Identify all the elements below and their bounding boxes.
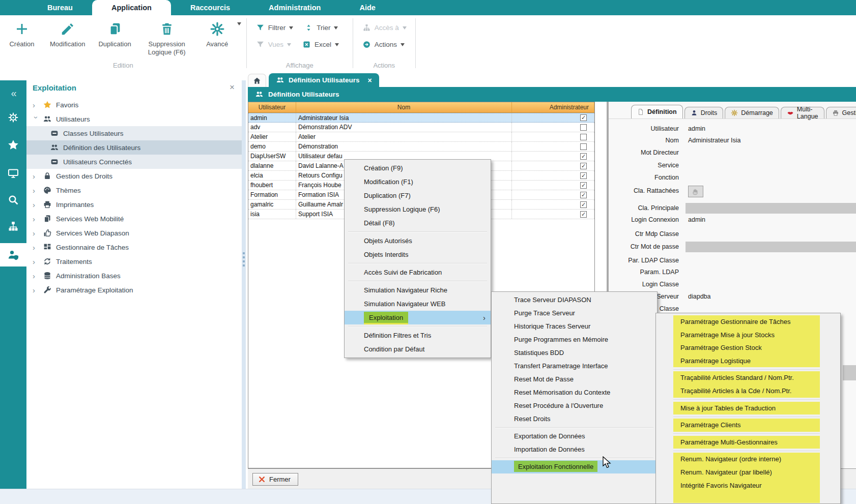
tree-expander-icon[interactable]: › [33,286,40,294]
menu-item-definition-filtres-et-tris[interactable]: Définition Filtres et Tris [345,329,491,342]
menu-item-historique-traces-serveur[interactable]: Historique Traces Serveur [492,320,657,333]
rail-item-hierarchy-icon[interactable] [0,217,26,236]
nav-close-icon[interactable]: × [230,82,235,93]
tab-home[interactable] [248,74,266,87]
menu-item-detail-f8[interactable]: Détail (F8) [345,216,491,230]
menu-item-reset-memorisation-du-contexte[interactable]: Reset Mémorisation du Contexte [492,386,657,399]
sidebar-item-services-web-mobilite[interactable]: ›Services Web Mobilité [26,212,242,226]
fermer-button[interactable]: Fermer [252,473,298,486]
tab-close-icon[interactable]: × [368,76,372,84]
menu-item-objets-autorises[interactable]: Objets Autorisés [345,234,491,248]
menu-item-exploitation-fonctionnelle[interactable]: Exploitation Fonctionnelle [492,460,657,473]
menu-item-modification-f1[interactable]: Modification (F1) [345,175,491,189]
menu-item-statistiques-bdd[interactable]: Statistiques BDD [492,346,657,360]
sidebar-item-services-web-diapason[interactable]: ›Services Web Diapason [26,226,242,240]
rail-item-helm-icon[interactable] [0,108,26,127]
tree-expander-icon[interactable]: › [33,229,40,238]
table-row-demo[interactable]: demoDémonstration [248,142,594,152]
menu-item-simulation-navigateur-web[interactable]: Simulation Navigateur WEB [345,297,491,311]
column-header-administrateur[interactable]: Administrateur [512,102,594,112]
tab-definition-utilisateurs[interactable]: Définition Utilisateurs × [269,73,379,87]
tree-expander-icon[interactable]: › [33,272,40,280]
tab-gestion[interactable]: Gestion [826,107,856,118]
menu-item-parametrage-clients[interactable]: Paramétrage Clients [673,419,820,432]
top-tab-bureau[interactable]: Bureau [28,0,92,15]
menu-item-creation-f9[interactable]: Création (F9) [345,161,491,175]
tree-expander-icon[interactable]: › [33,101,40,109]
menu-item-reset-procedure-a-l-ouverture[interactable]: Reset Procédure à l'Ouverture [492,399,657,412]
ribbon-button-filtrer[interactable]: Filtrer [256,23,294,32]
ribbon-button-duplication[interactable]: Duplication [98,21,131,48]
menu-item-reset-mot-de-passe[interactable]: Reset Mot de Passe [492,373,657,386]
menu-item-tracabilite-articles-standard-nom-ptr[interactable]: Traçabilité Articles Standard / Nom.Ptr. [673,371,820,384]
menu-item-importation-de-donnees[interactable]: Importation de Données [492,443,657,456]
rail-item-monitor-icon[interactable] [0,164,26,183]
menu-item-acces-suivi-de-fabrication[interactable]: Accès Suivi de Fabrication [345,265,491,279]
menu-item-mise-a-jour-tables-de-traduction[interactable]: Mise à jour Tables de Traduction [673,402,820,415]
ribbon-button-acces-a[interactable]: Accès à [362,23,407,32]
menu-item-tracabilite-articles-a-la-cde-nom-ptr[interactable]: Traçabilité Articles à la Cde / Nom.Ptr. [673,384,820,398]
tree-expander-icon[interactable]: › [33,257,40,266]
rail-item-user-shield-icon[interactable] [0,243,26,266]
tab-multi-langue[interactable]: Multi-Langue [781,107,824,118]
tree-expander-icon[interactable]: › [32,116,41,123]
menu-item-suppression-logique-f6[interactable]: Suppression Logique (F6) [345,202,491,216]
sidebar-item-classes-utilisateurs[interactable]: Classes Utilisateurs [26,126,242,140]
menu-item-purge-programmes-en-memoire[interactable]: Purge Programmes en Mémoire [492,333,657,346]
ribbon-button-creation[interactable]: Création [7,21,37,48]
menu-item-parametrage-gestionnaire-de-taches[interactable]: Paramétrage Gestionnaire de Tâches [673,315,820,329]
sidebar-item-utilisateurs-connectes[interactable]: Utilisateurs Connectés [26,155,242,169]
menu-item-reset-droits[interactable]: Reset Droits [492,412,657,426]
sidebar-item-gestionnaire-de-taches[interactable]: ›Gestionnaire de Tâches [26,240,242,254]
tree-expander-icon[interactable]: › [33,200,40,209]
menu-item-integrite-favoris-navigateur[interactable]: Intégrité Favoris Navigateur [673,479,820,492]
menu-item-parametrage-multi-gestionnaires[interactable]: Paramétrage Multi-Gestionnaires [673,436,820,449]
sidebar-item-definition-des-utilisateurs[interactable]: Définition des Utilisateurs [26,140,242,155]
tab-droits[interactable]: Droits [684,107,724,118]
top-tab-aide[interactable]: Aide [340,0,394,15]
tree-expander-icon[interactable]: › [33,243,40,252]
sidebar-item-utilisateurs[interactable]: ›Utilisateurs [26,112,242,126]
sidebar-item-gestion-des-droits[interactable]: ›Gestion des Droits [26,169,242,183]
tab-demarrage[interactable]: Démarrage [725,107,779,118]
tab-definition[interactable]: Définition [631,105,683,118]
ribbon-button-trier[interactable]: Trier [304,23,338,32]
menu-item-exportation-de-donnees[interactable]: Exportation de Données [492,430,657,443]
table-row-admin[interactable]: adminAdministrateur Isia✓ [248,113,594,123]
sidebar-item-traitements[interactable]: ›Traitements [26,254,242,269]
ribbon-button-actions[interactable]: Actions [362,40,405,49]
menu-item-parametrage-mise-a-jour-stocks[interactable]: Paramétrage Mise à jour Stocks [673,329,820,342]
menu-item-transfert-parametrage-interface[interactable]: Transfert Parametrage Interface [492,360,657,373]
sidebar-item-imprimantes[interactable]: ›Imprimantes [26,197,242,212]
panel-splitter[interactable] [242,80,246,489]
rail-item-search-icon[interactable] [0,190,26,210]
top-tab-administration[interactable]: Administration [249,0,340,15]
sidebar-item-administration-bases[interactable]: ›Administration Bases [26,269,242,283]
rail-item-star-icon[interactable] [0,135,26,155]
menu-item-condition-par-defaut[interactable]: Condition par Défaut [345,342,491,356]
menu-item-trace-serveur-diapason[interactable]: Trace Serveur DIAPASON [492,293,657,307]
tree-expander-icon[interactable]: › [33,215,40,223]
tree-expander-icon[interactable]: › [33,172,40,181]
ribbon-button-vues[interactable]: Vues [256,40,291,49]
menu-item-renum-navigateur-ordre-interne[interactable]: Renum. Navigateur (ordre interne) [673,453,820,466]
rail-item-collapse-icon[interactable]: « [0,83,26,103]
menu-item-purge-trace-serveur[interactable]: Purge Trace Serveur [492,307,657,320]
menu-item-exploitation[interactable]: Exploitation› [345,311,491,324]
top-tab-application[interactable]: Application [92,0,171,15]
menu-item-duplication-f7[interactable]: Duplication (F7) [345,189,491,202]
sidebar-item-themes[interactable]: ›Thèmes [26,183,242,197]
tree-expander-icon[interactable]: › [33,186,40,195]
menu-item-parametrage-logistique[interactable]: Paramétrage Logistique [673,354,820,368]
table-row-atelier[interactable]: AtelierAtelier [248,132,594,142]
menu-item-parametrage-gestion-stock[interactable]: Paramétrage Gestion Stock [673,341,820,354]
top-tab-raccourcis[interactable]: Raccourcis [171,0,249,15]
sidebar-item-parametrage-exploitation[interactable]: ›Paramétrage Exploitation [26,283,242,297]
column-header-nom[interactable]: Nom [296,102,512,112]
menu-item-simulation-navigateur-riche[interactable]: Simulation Navigateur Riche [345,283,491,297]
menu-item-renum-navigateur-par-libelle[interactable]: Renum. Navigateur (par libellé) [673,466,820,479]
column-header-utilisateur[interactable]: Utilisateur [248,102,296,112]
table-row-adv[interactable]: advDémonstration ADV [248,123,594,132]
ribbon-button-excel[interactable]: Excel [302,40,339,49]
ribbon-button-avance[interactable]: Avancé [203,21,232,48]
